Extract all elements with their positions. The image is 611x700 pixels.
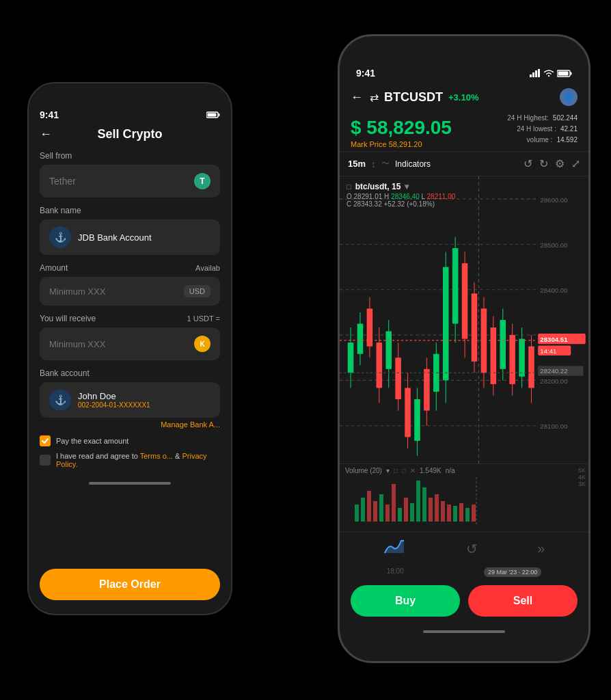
sell-from-label: Sell from xyxy=(40,151,220,161)
svg-rect-88 xyxy=(453,506,457,522)
indicators-button[interactable]: Indicators xyxy=(395,159,431,169)
svg-text:28240.22: 28240.22 xyxy=(540,367,567,375)
svg-rect-80 xyxy=(404,498,408,522)
svg-rect-73 xyxy=(361,498,365,522)
redo-icon[interactable]: ↻ xyxy=(539,157,548,170)
chart-interval[interactable]: 15m xyxy=(348,159,366,169)
checkbox-exact-amount-row: Pay the exact amount xyxy=(40,435,220,446)
volume-header: Volume (20) ▾ □ □ ✕ 1.549K n/a 5K 4K 3K xyxy=(345,467,583,474)
candlestick-chart: 28600.00 28500.00 28400.00 28300.00 2820… xyxy=(340,176,588,463)
svg-rect-25 xyxy=(377,342,383,388)
amount-label-row: Amount Availab xyxy=(40,263,220,273)
bank-account-label: Bank account xyxy=(40,368,220,378)
svg-rect-1 xyxy=(219,113,220,116)
bank-name-section: Bank name ⚓ JDB Bank Account xyxy=(40,206,220,255)
receive-input-wrapper: K xyxy=(40,327,220,360)
svg-rect-4 xyxy=(532,72,534,77)
sell-from-section: Sell from Tether T xyxy=(40,151,220,198)
svg-rect-10 xyxy=(558,71,569,75)
svg-rect-21 xyxy=(357,324,364,354)
svg-rect-84 xyxy=(429,498,433,522)
price-stats: 24 H Highest: 502.244 24 H lowest : 42.2… xyxy=(507,113,578,146)
place-order-button[interactable]: Place Order xyxy=(40,569,220,600)
svg-rect-53 xyxy=(509,335,515,384)
swap-icon[interactable]: ⇄ xyxy=(370,91,379,104)
svg-rect-55 xyxy=(519,339,525,377)
receive-label: You will receive xyxy=(40,314,96,323)
svg-rect-91 xyxy=(472,504,476,522)
svg-rect-27 xyxy=(385,332,392,369)
status-icons-left xyxy=(206,111,220,118)
trade-change: +3.10% xyxy=(448,92,478,103)
expand-icon[interactable]: » xyxy=(537,541,545,556)
trade-symbol: BTCUSDT xyxy=(384,90,443,105)
status-icons-right xyxy=(530,69,572,77)
sell-from-field[interactable]: Tether T xyxy=(40,165,220,198)
svg-rect-86 xyxy=(441,501,445,522)
manage-bank-link[interactable]: Manage Bank A... xyxy=(40,420,220,429)
page-header: ← Sell Crypto xyxy=(40,123,220,151)
chart-type-icon[interactable] xyxy=(383,538,407,559)
svg-rect-33 xyxy=(414,399,420,441)
trade-back-button[interactable]: ← xyxy=(351,90,363,105)
svg-rect-89 xyxy=(459,503,463,522)
svg-text:28400.00: 28400.00 xyxy=(540,286,568,294)
account-name: John Doe xyxy=(78,391,150,401)
trade-actions: Buy Sell xyxy=(340,578,588,630)
chart-labels: □ btc/usdt, 15 ▾ O 28291.01 H 28346.40 L… xyxy=(347,182,455,208)
svg-rect-78 xyxy=(392,484,396,522)
svg-text:28500.00: 28500.00 xyxy=(540,241,568,249)
home-indicator-left xyxy=(89,482,171,485)
svg-rect-9 xyxy=(571,72,572,75)
checkbox-terms[interactable] xyxy=(40,455,51,466)
svg-rect-87 xyxy=(447,504,451,522)
terms-link[interactable]: Terms o... xyxy=(140,452,173,460)
svg-rect-79 xyxy=(398,508,402,522)
svg-rect-45 xyxy=(472,293,478,361)
tether-icon: T xyxy=(194,173,211,189)
svg-rect-39 xyxy=(443,267,449,381)
receive-section: You will receive 1 USDT = K xyxy=(40,314,220,360)
fullscreen-icon[interactable]: ⤢ xyxy=(571,157,580,170)
amount-input[interactable] xyxy=(49,286,184,297)
checkbox-exact-amount[interactable] xyxy=(40,435,51,446)
chart-change: C 28343.32 +52.32 (+0.18%) xyxy=(347,200,455,208)
bank-account-row[interactable]: ⚓ John Doe 002-2004-01-XXXXXX1 xyxy=(40,382,220,418)
account-bank-icon: ⚓ xyxy=(49,389,71,411)
user-avatar[interactable]: 👤 xyxy=(560,88,578,106)
svg-rect-19 xyxy=(348,342,354,373)
bank-name-field[interactable]: ⚓ JDB Bank Account xyxy=(40,219,220,255)
svg-rect-6 xyxy=(538,69,540,77)
kusd-icon: K xyxy=(194,336,211,352)
back-button-left[interactable]: ← xyxy=(40,127,52,142)
chart-toolbar-icons: ↺ ↻ ⚙ ⤢ xyxy=(524,157,580,170)
chart-pair-label: □ btc/usdt, 15 ▾ xyxy=(347,182,455,191)
svg-rect-3 xyxy=(530,75,532,77)
battery-icon xyxy=(206,111,220,118)
sell-button[interactable]: Sell xyxy=(468,585,578,617)
buy-button[interactable]: Buy xyxy=(351,585,460,617)
phone-notch xyxy=(89,83,171,103)
bank-name-label: Bank name xyxy=(40,206,220,215)
svg-rect-83 xyxy=(422,487,426,522)
svg-rect-35 xyxy=(424,369,430,411)
chart-area[interactable]: □ btc/usdt, 15 ▾ O 28291.01 H 28346.40 L… xyxy=(340,176,588,463)
svg-rect-85 xyxy=(435,494,439,522)
undo-icon[interactable]: ↺ xyxy=(524,157,532,170)
mountain-chart-icon xyxy=(383,538,407,556)
svg-rect-5 xyxy=(535,70,537,77)
svg-text:28600.00: 28600.00 xyxy=(540,196,568,203)
page-title-left: Sell Crypto xyxy=(97,127,162,142)
svg-rect-31 xyxy=(405,388,411,437)
exact-amount-label: Pay the exact amount xyxy=(56,437,128,445)
phone-right-notch xyxy=(413,36,515,58)
svg-rect-90 xyxy=(465,508,470,522)
settings-icon[interactable]: ⚙ xyxy=(555,157,565,170)
svg-rect-29 xyxy=(395,358,401,399)
receive-input[interactable] xyxy=(49,339,194,349)
stat-lowest: 24 H lowest : 42.21 xyxy=(507,124,578,135)
chart-ohlc: O 28291.01 H 28346.40 L 28211.00 xyxy=(347,193,455,200)
svg-rect-76 xyxy=(379,494,383,522)
chart-toolbar: 15m ↕ 〜 Indicators ↺ ↻ ⚙ ⤢ xyxy=(340,151,588,176)
refresh-icon[interactable]: ↺ xyxy=(466,541,478,557)
